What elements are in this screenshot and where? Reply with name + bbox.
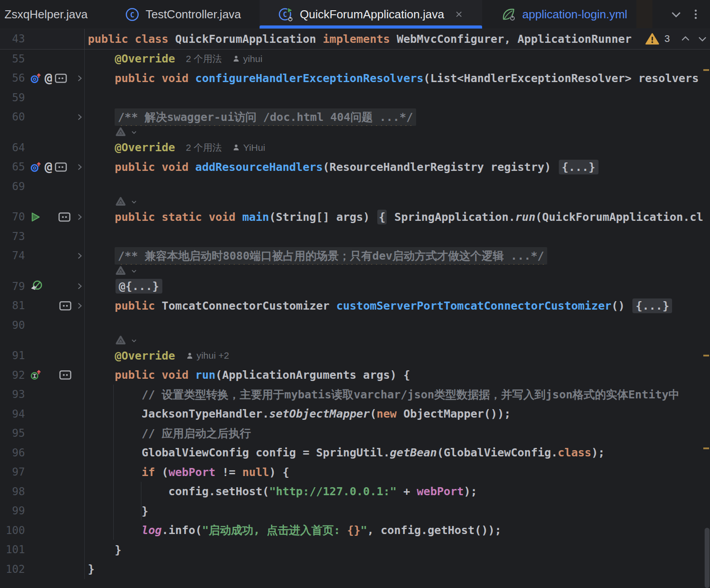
ai-assistant-icon[interactable]: [115, 126, 127, 138]
tab-list-chevron-down-icon[interactable]: [666, 4, 686, 24]
gutter: 93: [0, 385, 85, 405]
fold-chevron-icon[interactable]: [76, 302, 84, 310]
code-text[interactable]: /** 解决swagger-ui访问 /doc.html 404问题 ...*/: [85, 108, 710, 126]
override-marker-icon[interactable]: [30, 72, 42, 84]
ai-inlay-content[interactable]: [85, 126, 710, 138]
code-text[interactable]: @Override2 个用法YiHui: [85, 141, 710, 154]
comment-icon[interactable]: [55, 74, 67, 83]
warning-count: 3: [665, 33, 670, 45]
sticky-line-number: 43: [0, 33, 25, 45]
code-token: /** 兼容本地启动时8080端口被占用的场景；只有dev启动方式才做这个逻辑 …: [115, 247, 547, 265]
tab-ZsxqHelper.java[interactable]: ZsxqHelper.java: [0, 0, 106, 29]
warning-icon[interactable]: [645, 33, 659, 45]
code-text[interactable]: }: [85, 543, 710, 556]
ai-assistant-icon[interactable]: [115, 265, 127, 277]
code-text[interactable]: JacksonTypeHandler.setObjectMapper(new O…: [85, 407, 710, 420]
code-text[interactable]: public void configureHandlerExceptionRes…: [85, 72, 710, 85]
code-text[interactable]: public TomcatConnectorCustomizer customS…: [85, 298, 710, 313]
annotation-icon[interactable]: @: [45, 161, 52, 174]
fold-chevron-icon[interactable]: [76, 163, 84, 171]
comment-icon[interactable]: [55, 162, 67, 172]
code-token: .info(: [162, 524, 202, 537]
code-token: http://127.0.0.1: [276, 485, 383, 498]
tab-label: ZsxqHelper.java: [4, 8, 87, 21]
gutter: 99: [0, 501, 85, 521]
chevron-down-icon[interactable]: [131, 199, 137, 205]
chevron-down-icon[interactable]: [131, 129, 137, 136]
fold-chevron-icon[interactable]: [76, 75, 84, 82]
close-tab-icon[interactable]: [454, 10, 463, 19]
ai-inlay-content[interactable]: [85, 196, 710, 208]
chevron-down-icon[interactable]: [131, 337, 137, 344]
code-token: , config.getHost());: [367, 524, 501, 537]
ai-assistant-icon[interactable]: [115, 335, 127, 347]
code-text[interactable]: // 应用启动之后执行: [85, 426, 710, 441]
code-text[interactable]: // 设置类型转换，主要用于mybatis读取varchar/json类型数据据…: [85, 387, 710, 402]
scrollbar-thumb[interactable]: [705, 528, 710, 588]
error-stripe-mark[interactable]: [703, 69, 709, 71]
code-text[interactable]: log.info("启动成功, 点击进入首页: {}", config.getH…: [85, 523, 710, 538]
line-number: 97: [0, 466, 25, 478]
gutter: 100: [0, 521, 85, 540]
tab-scroll-shadow: [636, 0, 652, 28]
code-line: 65@ public void addResourceHandlers(Reso…: [0, 157, 710, 177]
code-text[interactable]: if (webPort != null) {: [85, 466, 710, 479]
editor-code-area[interactable]: 55 @Override2 个用法yihui56@ public void co…: [0, 49, 710, 579]
code-token: class: [558, 446, 591, 459]
run-icon[interactable]: [30, 211, 41, 223]
code-token: [88, 280, 115, 293]
code-token: implements: [323, 33, 397, 46]
code-text[interactable]: }: [85, 505, 710, 518]
code-text[interactable]: public void run(ApplicationArguments arg…: [85, 369, 710, 381]
comment-icon[interactable]: [59, 301, 71, 311]
code-token: WebMvcConfigurer, ApplicationRunner: [396, 33, 632, 46]
line-number: 90: [0, 319, 25, 331]
comment-icon[interactable]: [58, 212, 70, 222]
code-text[interactable]: config.setHost("http://127.0.0.1:" + web…: [85, 485, 710, 498]
code-text[interactable]: }: [85, 563, 710, 576]
usages-hint: 2 个用法: [186, 141, 222, 154]
chevron-down-icon[interactable]: [131, 268, 137, 274]
code-text[interactable]: @Override2 个用法yihui: [85, 52, 710, 65]
code-line: 91 @Overrideyihui +2: [0, 346, 710, 366]
next-chevron-down-icon[interactable]: [697, 33, 708, 45]
author-hint: yihui +2: [186, 350, 229, 361]
ai-inlay-content[interactable]: [85, 335, 710, 347]
code-text[interactable]: public static void main(String[] args) {…: [85, 210, 710, 224]
code-text[interactable]: /** 兼容本地启动时8080端口被占用的场景；只有dev启动方式才做这个逻辑 …: [85, 247, 710, 265]
sticky-class-declaration-line[interactable]: 43 public class QuickForumApplication im…: [0, 29, 710, 50]
implement-marker-icon[interactable]: [30, 369, 42, 381]
tab-QuickForumApplication.java[interactable]: CQuickForumApplication.java: [260, 0, 482, 29]
prev-chevron-up-icon[interactable]: [680, 33, 691, 45]
code-text[interactable]: @{...}: [85, 279, 710, 294]
code-text[interactable]: public void addResourceHandlers(Resource…: [85, 160, 710, 174]
comment-icon[interactable]: [59, 370, 71, 380]
gutter: 90: [0, 315, 85, 335]
code-text[interactable]: GlobalViewConfig config = SpringUtil.get…: [85, 446, 710, 459]
fold-chevron-icon[interactable]: [76, 282, 84, 290]
author-hint: yihui: [232, 54, 262, 64]
code-line: 97 if (webPort != null) {: [0, 463, 710, 482]
ai-inlay-content[interactable]: [85, 265, 710, 277]
fold-chevron-icon[interactable]: [76, 213, 84, 221]
error-stripe-mark[interactable]: [703, 355, 709, 356]
tab-application-login.yml[interactable]: application-login.yml: [482, 0, 646, 29]
ai-assistant-icon[interactable]: [115, 196, 127, 208]
error-stripe-mark[interactable]: [703, 447, 709, 449]
gutter: 56@: [0, 69, 85, 88]
more-options-kebab-icon[interactable]: [686, 4, 706, 24]
tab-TestController.java[interactable]: CTestController.java: [106, 0, 260, 29]
line-number: 100: [0, 524, 25, 537]
fold-chevron-icon[interactable]: [76, 252, 84, 260]
code-line: 79 @{...}: [0, 277, 710, 296]
fold-chevron-icon[interactable]: [76, 113, 84, 121]
code-token: );: [591, 446, 605, 459]
code-token: [88, 427, 141, 440]
override-marker-icon[interactable]: [30, 161, 42, 173]
annotation-icon[interactable]: @: [45, 72, 52, 85]
code-token: }: [88, 563, 95, 576]
spring-bean-icon[interactable]: [30, 279, 44, 293]
code-token: @Override: [88, 52, 175, 65]
code-token: QuickForumApplication: [175, 33, 323, 46]
code-text[interactable]: @Overrideyihui +2: [85, 349, 710, 362]
